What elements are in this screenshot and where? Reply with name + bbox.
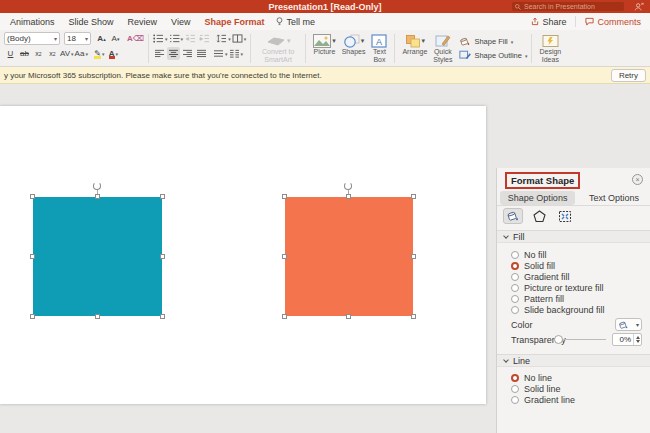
justify-button[interactable]	[195, 47, 208, 60]
increase-font-size-button[interactable]: A▴	[95, 32, 108, 45]
clear-formatting-button[interactable]: A⌫	[127, 32, 144, 45]
picture-button[interactable]: ▾ Picture	[310, 32, 339, 65]
comment-icon	[585, 17, 594, 26]
fill-option-picture-texture-fill[interactable]: Picture or texture fill	[511, 283, 604, 293]
line-option-no-line[interactable]: No line	[511, 373, 552, 383]
font-name-combo[interactable]: (Body)▾	[4, 32, 60, 45]
align-center-button[interactable]	[167, 47, 180, 60]
decrease-font-size-button[interactable]: A▾	[109, 32, 122, 45]
resize-handle[interactable]	[160, 194, 165, 199]
text-direction-button[interactable]: ▾	[232, 32, 247, 45]
tab-shape-options[interactable]: Shape Options	[500, 191, 576, 205]
step-down-icon[interactable]	[636, 340, 640, 343]
transparency-value: 0%	[613, 335, 633, 344]
resize-handle[interactable]	[282, 194, 287, 199]
resize-handle[interactable]	[160, 314, 165, 319]
columns-button[interactable]: ▾	[229, 47, 244, 60]
character-spacing-button[interactable]: AV▾	[60, 47, 74, 60]
align-text-button[interactable]: ▾	[213, 47, 228, 60]
slide-canvas[interactable]	[0, 106, 486, 404]
resize-handle[interactable]	[95, 314, 100, 319]
fill-color-button[interactable]: ▾	[615, 318, 642, 331]
format-shape-panel: Format Shape × Shape Options Text Option…	[496, 168, 650, 433]
resize-handle[interactable]	[160, 254, 165, 259]
coral-rectangle[interactable]	[285, 197, 413, 316]
menu-tell-me[interactable]: Tell me	[276, 17, 315, 27]
vertical-align-icon	[213, 49, 224, 58]
close-icon[interactable]: ×	[632, 174, 643, 185]
font-size-combo[interactable]: 18▾	[64, 32, 91, 45]
resize-handle[interactable]	[95, 194, 100, 199]
resize-handle[interactable]	[346, 194, 351, 199]
numbered-list-icon	[169, 34, 180, 43]
underline-button[interactable]: U	[4, 47, 17, 60]
text-highlight-button[interactable]: ✎▾	[93, 47, 106, 60]
fill-section-header[interactable]: Fill	[497, 230, 650, 243]
ribbon-divider	[148, 34, 149, 63]
shapes-button[interactable]: ▾ Shapes	[339, 32, 369, 65]
strikethrough-button[interactable]: ab	[18, 47, 31, 60]
bullets-button[interactable]: ▾	[153, 32, 168, 45]
chevron-down-icon: ▾	[332, 37, 336, 45]
menu-slide-show[interactable]: Slide Show	[69, 17, 114, 27]
rotate-handle[interactable]	[344, 182, 352, 190]
increase-indent-button[interactable]	[198, 32, 211, 45]
step-up-icon[interactable]	[636, 336, 640, 339]
menu-animations[interactable]: Animations	[10, 17, 55, 27]
rotate-handle[interactable]	[93, 182, 101, 190]
resize-handle[interactable]	[30, 194, 35, 199]
comments-button[interactable]: Comments	[576, 13, 650, 30]
numbering-button[interactable]: ▾	[169, 32, 184, 45]
spinner-steppers[interactable]	[633, 334, 641, 345]
fill-and-line-icon[interactable]	[503, 208, 523, 224]
text-box-button[interactable]: A Text Box	[368, 32, 390, 65]
resize-handle[interactable]	[411, 314, 416, 319]
resize-handle[interactable]	[30, 314, 35, 319]
superscript-button[interactable]: x2	[32, 47, 45, 60]
resize-handle[interactable]	[346, 314, 351, 319]
shape-fill-button[interactable]: Shape Fill ▾	[459, 36, 527, 47]
slider-thumb[interactable]	[554, 335, 563, 344]
fill-option-slide-background-fill[interactable]: Slide background fill	[511, 305, 605, 315]
resize-handle[interactable]	[411, 254, 416, 259]
line-spacing-button[interactable]: ▾	[216, 32, 231, 45]
size-properties-icon[interactable]	[555, 208, 575, 224]
share-presence-icon[interactable]	[634, 2, 644, 12]
radio-icon	[511, 396, 519, 404]
retry-button[interactable]: Retry	[611, 69, 646, 82]
quick-styles-button[interactable]: Quick Styles	[430, 32, 455, 65]
arrange-button[interactable]: ▾ Arrange	[399, 32, 430, 65]
fill-option-solid-fill[interactable]: Solid fill	[511, 261, 555, 271]
ribbon-divider	[394, 34, 395, 63]
share-button[interactable]: Share	[522, 13, 575, 30]
menu-view[interactable]: View	[171, 17, 190, 27]
resize-handle[interactable]	[411, 194, 416, 199]
search-input[interactable]: Search in Presentation	[512, 2, 624, 11]
menu-shape-format[interactable]: Shape Format	[204, 17, 264, 27]
menu-review[interactable]: Review	[128, 17, 158, 27]
fill-option-gradient-fill[interactable]: Gradient fill	[511, 272, 570, 282]
subscript-button[interactable]: x2	[46, 47, 59, 60]
effects-icon[interactable]	[529, 208, 549, 224]
align-left-button[interactable]	[153, 47, 166, 60]
transparency-slider[interactable]	[554, 334, 606, 344]
line-option-gradient-line[interactable]: Gradient line	[511, 395, 575, 405]
resize-handle[interactable]	[282, 254, 287, 259]
tab-text-options[interactable]: Text Options	[581, 191, 647, 205]
change-case-button[interactable]: Aa▾	[75, 47, 88, 60]
chevron-down-icon: ▾	[636, 321, 639, 328]
font-color-button[interactable]: A▾	[107, 47, 120, 60]
line-option-solid-line[interactable]: Solid line	[511, 384, 561, 394]
decrease-indent-button[interactable]	[184, 32, 197, 45]
transparency-spinner[interactable]: 0%	[612, 333, 642, 346]
align-right-button[interactable]	[181, 47, 194, 60]
convert-to-smartart-button[interactable]: ▾ Convert to SmartArt	[255, 32, 301, 65]
fill-option-pattern-fill[interactable]: Pattern fill	[511, 294, 564, 304]
resize-handle[interactable]	[30, 254, 35, 259]
design-ideas-button[interactable]: Design Ideas	[536, 32, 564, 65]
teal-rectangle[interactable]	[33, 197, 162, 316]
fill-option-no-fill[interactable]: No fill	[511, 250, 547, 260]
resize-handle[interactable]	[282, 314, 287, 319]
line-section-header[interactable]: Line	[497, 354, 650, 367]
shape-outline-button[interactable]: Shape Outline ▾	[459, 50, 527, 61]
